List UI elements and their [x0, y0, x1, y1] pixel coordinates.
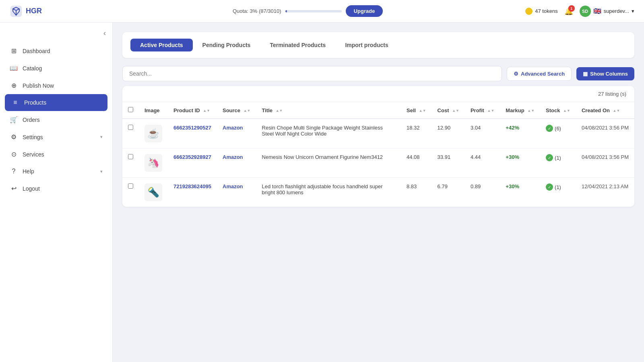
col-stock[interactable]: Stock ▲▼: [540, 102, 576, 119]
sidebar-item-label: Help: [23, 168, 95, 175]
stock-check-icon: ✓: [546, 154, 553, 161]
table-row: 🦄 6662352928927 Amazon Nemesis Now Unico…: [122, 148, 634, 178]
row-markup: +30%: [500, 148, 540, 178]
col-cost[interactable]: Cost ▲▼: [432, 102, 465, 119]
dashboard-icon: ⊞: [10, 47, 18, 55]
sidebar-collapse-button[interactable]: ‹: [103, 29, 106, 37]
col-created-on[interactable]: Created On ▲▼: [576, 102, 634, 119]
sidebar-item-settings[interactable]: ⚙ Settings ▾: [0, 128, 112, 146]
user-avatar: SD: [580, 6, 591, 17]
token-icon: [525, 8, 533, 15]
sidebar-item-help[interactable]: ? Help ▾: [0, 163, 112, 180]
col-source[interactable]: Source ▲▼: [217, 102, 256, 119]
product-image-1: 🦄: [144, 154, 162, 172]
tab-bar: Active Products Pending Products Termina…: [122, 32, 634, 58]
col-sell[interactable]: Sell ▲▼: [401, 102, 432, 119]
upgrade-button[interactable]: Upgrade: [346, 5, 383, 17]
sidebar-item-orders[interactable]: 🛒 Orders: [0, 111, 112, 128]
settings-icon: ⚙: [10, 133, 18, 141]
tab-active-products[interactable]: Active Products: [130, 39, 193, 51]
advanced-search-button[interactable]: ⚙ Advanced Search: [507, 67, 572, 81]
row-markup: +30%: [500, 178, 540, 207]
row-image-cell: ☕: [139, 119, 168, 148]
table-row: ☕ 6662351290527 Amazon Resin Chope Multi…: [122, 119, 634, 148]
row-profit: 4.44: [465, 148, 500, 178]
logo: HGR: [10, 5, 90, 18]
quota-section: Quota: 3% (87/3010) Upgrade: [90, 5, 525, 17]
show-columns-label: Show Columns: [590, 71, 628, 77]
orders-icon: 🛒: [10, 116, 18, 123]
sidebar-item-label: Products: [24, 99, 101, 106]
product-image-0: ☕: [144, 125, 162, 142]
row-sell: 8.83: [401, 178, 432, 207]
table-body: ☕ 6662351290527 Amazon Resin Chope Multi…: [122, 119, 634, 207]
user-label: superdev...: [604, 8, 629, 14]
tab-import-products[interactable]: Import products: [335, 39, 398, 51]
header-right: 47 tokens 🔔 1 SD 🇬🇧 superdev... ▾: [525, 6, 634, 17]
logo-icon: [10, 5, 23, 18]
row-created-on: 04/08/2021 3:56 PM: [576, 119, 634, 148]
user-menu-button[interactable]: SD 🇬🇧 superdev... ▾: [580, 6, 634, 17]
stock-check-icon: ✓: [546, 183, 553, 191]
sidebar-item-label: Settings: [23, 134, 95, 140]
sidebar-item-catalog[interactable]: 📖 Catalog: [0, 60, 112, 77]
row-created-on: 12/04/2021 2:13 AM: [576, 178, 634, 207]
search-input[interactable]: [122, 66, 502, 81]
col-title[interactable]: Title ▲▼: [256, 102, 401, 119]
search-input-wrapper: [122, 66, 502, 81]
help-chevron-icon: ▾: [100, 169, 103, 174]
show-columns-button[interactable]: ▦ Show Columns: [576, 67, 634, 80]
sidebar-item-label: Orders: [23, 117, 103, 123]
stock-count: (1): [555, 155, 561, 161]
sidebar-item-label: Logout: [23, 185, 103, 192]
row-cost: 6.79: [432, 178, 465, 207]
sidebar-item-products[interactable]: ≡ Products: [5, 94, 107, 111]
sidebar-item-label: Publish Now: [23, 82, 103, 89]
sidebar-item-dashboard[interactable]: ⊞ Dashboard: [0, 42, 112, 60]
main-content: Active Products Pending Products Termina…: [113, 23, 644, 362]
col-image: Image: [139, 102, 168, 119]
row-checkbox-2[interactable]: [128, 183, 133, 189]
listing-count: 27 listing (s): [122, 86, 634, 102]
help-icon: ?: [10, 168, 18, 175]
tab-terminated-products[interactable]: Terminated Products: [260, 39, 335, 51]
user-chevron: ▾: [632, 8, 634, 14]
row-product-id[interactable]: 7219283624095: [168, 178, 217, 207]
row-checkbox-1[interactable]: [128, 154, 133, 159]
sort-title-icon: ▲▼: [276, 109, 283, 113]
sidebar-item-label: Services: [23, 151, 103, 158]
notification-badge: 1: [568, 5, 575, 12]
sidebar-item-label: Dashboard: [23, 48, 103, 54]
notifications-button[interactable]: 🔔 1: [564, 7, 573, 16]
show-columns-icon: ▦: [583, 71, 588, 77]
col-profit[interactable]: Profit ▲▼: [465, 102, 500, 119]
sidebar-item-services[interactable]: ⊙ Services: [0, 146, 112, 163]
flag-icon: 🇬🇧: [593, 7, 601, 15]
col-product-id[interactable]: Product ID ▲▼: [168, 102, 217, 119]
row-product-id[interactable]: 6662352928927: [168, 148, 217, 178]
top-header: HGR Quota: 3% (87/3010) Upgrade 47 token…: [0, 0, 644, 23]
row-stock: ✓ (1): [540, 148, 576, 178]
sidebar-item-publish-now[interactable]: ⊕ Publish Now: [0, 77, 112, 94]
row-checkbox-cell: [122, 178, 139, 207]
tab-pending-products[interactable]: Pending Products: [193, 39, 260, 51]
products-table: Image Product ID ▲▼ Source ▲▼ Title ▲▼: [122, 102, 634, 207]
row-product-id[interactable]: 6662351290527: [168, 119, 217, 148]
sidebar-item-logout[interactable]: ↩ Logout: [0, 180, 112, 197]
row-checkbox-0[interactable]: [128, 125, 133, 130]
sort-markup-icon: ▲▼: [527, 109, 535, 113]
row-markup: +42%: [500, 119, 540, 148]
sidebar-collapse-section: ‹: [0, 29, 112, 42]
main-layout: ‹ ⊞ Dashboard 📖 Catalog ⊕ Publish Now ≡ …: [0, 23, 644, 362]
stock-check-icon: ✓: [546, 125, 553, 132]
stock-count: (1): [555, 184, 561, 190]
row-profit: 0.89: [465, 178, 500, 207]
sort-sell-icon: ▲▼: [419, 109, 426, 113]
col-markup[interactable]: Markup ▲▼: [500, 102, 540, 119]
advanced-search-label: Advanced Search: [521, 71, 565, 77]
sort-product-id-icon: ▲▼: [203, 109, 210, 113]
select-all-checkbox[interactable]: [128, 107, 133, 112]
search-row: ⚙ Advanced Search ▦ Show Columns: [122, 66, 634, 81]
logo-text: HGR: [26, 7, 42, 15]
sort-source-icon: ▲▼: [244, 109, 251, 113]
